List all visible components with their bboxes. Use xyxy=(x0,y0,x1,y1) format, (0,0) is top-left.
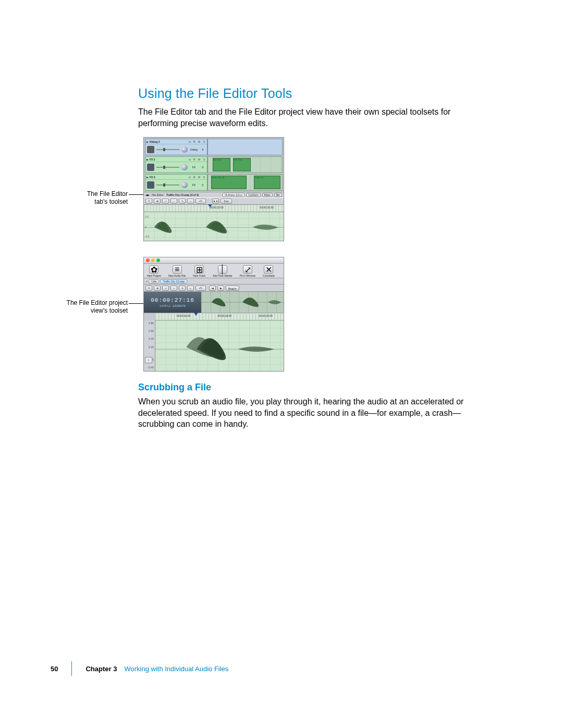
toolbar-icon: │ xyxy=(218,265,227,274)
overview-row: 00:00:27:16 SAMPLE1329970 xyxy=(144,292,284,313)
editor-tab[interactable]: Multitake Editor xyxy=(223,193,244,197)
file-editor-tab-toolbar: ↸✥⤢↔✎⌕•T•⏵⏸Solo xyxy=(144,198,284,205)
toolbar-icon: ⤢ xyxy=(243,265,252,274)
figure-editor-tab: The File Editor tab's toolset ▶Dialog 2⊘… xyxy=(138,137,485,241)
track-header[interactable]: ▶FX 3⊘ R M SFX0 xyxy=(145,174,207,191)
audio-clip[interactable]: Traffic City 13 xyxy=(211,176,247,189)
timeline-ruler: 00:00:16:0000:00:18:0000:00:20:00 xyxy=(155,313,284,320)
tool-button[interactable]: ↔ xyxy=(170,286,177,291)
volume-slider[interactable] xyxy=(156,149,179,150)
toolbar-button[interactable]: ✕Crossfade xyxy=(263,265,275,277)
snap-value[interactable]: 1 xyxy=(145,357,152,363)
pan-knob[interactable] xyxy=(181,164,188,170)
amplitude-axis: 1 0.800.600.400.20-0.20-0.40-0.60 xyxy=(144,320,155,372)
editor-tab[interactable]: Mixer xyxy=(262,193,273,197)
track-row: ▶FX 3⊘ R M SFX0Traffic City 13Traffic Ci… xyxy=(145,174,283,191)
main-toolbar: ✿New Project≡New Audio File⊞New Track│Ad… xyxy=(144,264,284,278)
waveform-area: 0.5 0 -0.5 xyxy=(144,212,284,241)
tool-button[interactable]: ↔ xyxy=(170,199,177,204)
screenshot-editor-project: ✿New Project≡New Audio File⊞New Track│Ad… xyxy=(143,257,284,372)
playhead-marker-icon xyxy=(194,313,198,316)
axis-tick: 0.40 xyxy=(149,337,154,340)
time-label: 00:00:20.00 xyxy=(260,206,274,209)
close-icon[interactable] xyxy=(146,258,150,262)
pan-knob[interactable] xyxy=(181,146,188,153)
callout-leader xyxy=(129,303,143,304)
chapter-label: Chapter 3 xyxy=(85,665,117,673)
file-editor-title-bar: ◀▶ File Editor: Traffic City 13.stap (3 … xyxy=(144,192,284,198)
tool-button[interactable]: ✎ xyxy=(179,199,186,204)
volume-slider[interactable] xyxy=(156,184,179,186)
intro-paragraph: The File Editor tab and the File Editor … xyxy=(138,106,485,129)
solo-button[interactable]: Solo xyxy=(221,199,232,204)
toolbar-icon: ✕ xyxy=(264,265,273,274)
tool-button[interactable]: ↸ xyxy=(145,286,152,291)
waveform-container: 1 0.800.600.400.20-0.20-0.40-0.60 xyxy=(144,320,284,372)
window-titlebar xyxy=(144,257,284,264)
editor-tab[interactable]: Conform xyxy=(246,193,260,197)
tool-button[interactable]: ⏵⏸ xyxy=(212,199,219,204)
callout-tab-toolset: The File Editor tab's toolset xyxy=(47,190,128,206)
footer-divider xyxy=(71,661,72,676)
timecode-display: 00:00:27:16 SAMPLE1329970 xyxy=(144,292,201,313)
timeline-ruler: 00:00:10.0000:00:20.00 xyxy=(144,205,284,212)
toolbar-button[interactable]: │Add Time Marker xyxy=(213,265,232,277)
tool-button[interactable]: ⌕ xyxy=(187,199,194,204)
scrubbing-paragraph: When you scrub an audio file, you play t… xyxy=(138,396,485,430)
disclosure-icon[interactable]: ▶ xyxy=(146,140,149,143)
track-icon xyxy=(147,164,154,171)
track-header[interactable]: ▶FX 2⊘ R M SFX0 xyxy=(145,156,207,173)
toolbar-icon: ✿ xyxy=(149,265,158,274)
editor-tab[interactable]: Bin xyxy=(274,193,282,197)
tool-button[interactable]: •T• xyxy=(195,286,206,291)
track-lane[interactable]: Bell ClearBell Clear xyxy=(207,156,283,173)
tool-button[interactable]: ✥ xyxy=(154,199,161,204)
time-label: 00:00:16:00 xyxy=(177,314,190,317)
zoom-icon[interactable] xyxy=(156,258,160,262)
axis-tick: -0.40 xyxy=(148,366,154,369)
toolbar-button[interactable]: ⤢Fit in Window xyxy=(240,265,255,277)
toolbar-button[interactable]: ⊞New Track xyxy=(193,265,205,277)
track-lane[interactable] xyxy=(207,139,283,155)
page-footer: 50 Chapter 3 Working with Individual Aud… xyxy=(51,661,228,676)
automation-mode-select[interactable]: Read ▾ xyxy=(226,286,239,291)
tool-button[interactable]: ⤢ xyxy=(162,286,169,291)
breadcrumb-folder[interactable]: Cafe xyxy=(149,279,160,283)
heading-main: Using the File Editor Tools xyxy=(138,86,485,101)
volume-slider[interactable] xyxy=(156,167,179,168)
track-lane[interactable]: Traffic City 13Traffic Cit xyxy=(207,174,283,191)
nav-button[interactable]: ▶ xyxy=(217,286,224,291)
axis-tick: 0.60 xyxy=(149,329,154,332)
toolbar-icon: ≡ xyxy=(173,265,182,274)
time-label: 00:00:20:00 xyxy=(259,314,272,317)
disclosure-icon[interactable]: ▶ xyxy=(146,176,149,179)
axis-tick: 0.20 xyxy=(149,346,154,349)
tool-button[interactable]: ✎ xyxy=(179,286,186,291)
audio-clip[interactable]: Bell Clear xyxy=(233,158,251,171)
toolbar-button[interactable]: ≡New Audio File xyxy=(168,265,186,277)
figure-editor-project: The File Editor project view's toolset ✿… xyxy=(138,257,485,372)
audio-clip[interactable]: Traffic Cit xyxy=(254,176,280,189)
page-number: 50 xyxy=(51,665,58,673)
toolbar-icon: ⊞ xyxy=(194,265,204,274)
breadcrumb-file[interactable]: Traffic City 13.stap xyxy=(160,279,187,283)
heading-scrubbing: Scrubbing a File xyxy=(138,382,485,393)
tool-button[interactable]: •T• xyxy=(195,199,206,204)
file-editor-project-toolbar: ↸✥⤢↔✎⌕•T•◀▶Read ▾ xyxy=(144,285,284,292)
disclosure-icon[interactable]: ▶ xyxy=(146,158,149,161)
track-header[interactable]: ▶Dialog 2⊘ R M SDialog9 xyxy=(145,139,207,155)
audio-clip[interactable]: Bell Clear xyxy=(213,158,230,171)
toolbar-button[interactable]: ✿New Project xyxy=(147,265,161,277)
breadcrumb: < Cafe Traffic City 13.stap xyxy=(144,278,284,285)
axis-tick: 0.80 xyxy=(149,322,154,325)
track-icon xyxy=(147,181,154,189)
tool-button[interactable]: ✥ xyxy=(154,286,161,291)
callout-leader xyxy=(129,194,143,195)
tool-button[interactable]: ⤢ xyxy=(162,199,169,204)
pan-knob[interactable] xyxy=(181,182,188,188)
minimize-icon[interactable] xyxy=(151,258,155,262)
nav-button[interactable]: ◀ xyxy=(209,286,216,291)
tool-button[interactable]: ⌕ xyxy=(187,286,194,291)
track-row: ▶FX 2⊘ R M SFX0Bell ClearBell Clear xyxy=(145,156,283,173)
tool-button[interactable]: ↸ xyxy=(145,199,152,204)
